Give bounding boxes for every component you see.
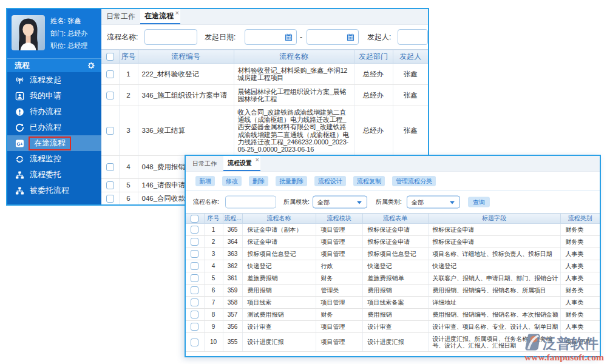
cell-form: 设计进度汇报 xyxy=(362,333,428,352)
cell-no: 8 xyxy=(204,309,223,321)
sidebar-item-待办流程[interactable]: 待办流程 xyxy=(7,104,101,120)
dropdown-arrow-icon xyxy=(450,201,455,204)
sidebar-item-我的申请[interactable]: 我的申请 xyxy=(7,88,101,104)
table-row: 6359费用报销管理类费用报销费用报销、报销编号、报销名称、所属项目财务类 xyxy=(186,285,600,297)
sidebar-item-label: 被委托流程 xyxy=(30,185,69,196)
gear-icon[interactable] xyxy=(86,61,95,70)
cell-flow-name: 保证金申请（副本） xyxy=(242,224,316,236)
dropdown-arrow-icon xyxy=(357,201,362,204)
row-checkbox[interactable] xyxy=(106,70,114,78)
sidebar-item-流程委托[interactable]: 流程委托 xyxy=(7,167,101,183)
column-header: 序号 xyxy=(204,214,223,224)
cell-title-fields: 项目名称、详细地址、投标负责人、投标日期 xyxy=(428,248,560,260)
row-checkbox[interactable] xyxy=(191,323,198,331)
row-checkbox-cell xyxy=(101,192,119,204)
row-checkbox[interactable] xyxy=(191,339,198,346)
row-checkbox[interactable] xyxy=(191,226,198,234)
toolbar-button-新增[interactable]: 新增 xyxy=(195,176,215,186)
sidebar-item-label: 流程发起 xyxy=(30,75,61,86)
category-select[interactable]: 全部 xyxy=(407,196,460,209)
flow-settings-window: 日常工作流程设置× 新增修改删除批量删除流程设计流程复制管理流程分类 流程名称:… xyxy=(185,155,601,357)
sidebar-item-流程发起[interactable]: 流程发起 xyxy=(7,72,101,88)
row-checkbox[interactable] xyxy=(191,274,198,282)
cell-no: 5 xyxy=(119,179,138,192)
module-select[interactable]: 全部 xyxy=(313,196,367,209)
sidebar-item-在途流程[interactable]: G+在途流程 xyxy=(7,135,101,151)
initiator-input[interactable] xyxy=(398,29,428,45)
cell-category: 财务类 xyxy=(560,309,600,321)
row-checkbox-cell xyxy=(186,260,204,272)
cell-flow-name: 快递登记 xyxy=(242,260,316,272)
cell-flow-id: 356 xyxy=(223,321,242,333)
table-row: 3363投标项目信息登记项目管理投标项目信息登记项目名称、详细地址、投标负责人、… xyxy=(186,248,600,260)
row-checkbox[interactable] xyxy=(191,311,198,318)
table-header-row: 序号流程...流程名称流程模块流程表单标题字段流程类别 xyxy=(186,214,600,224)
start-date-to-input[interactable] xyxy=(307,29,359,45)
select-all-checkbox[interactable] xyxy=(106,53,114,61)
row-checkbox[interactable] xyxy=(191,262,198,270)
cell-category: 人事类 xyxy=(560,321,600,333)
sidebar-item-流程监控[interactable]: 流程监控 xyxy=(7,151,101,167)
toolbar-button-批量删除[interactable]: 批量删除 xyxy=(276,176,307,186)
sidebar-item-被委托流程[interactable]: 被委托流程 xyxy=(7,183,101,198)
tab-close-icon[interactable]: × xyxy=(256,157,259,163)
cell-module: 财务 xyxy=(316,272,362,285)
tab-label: 流程设置 xyxy=(228,159,252,167)
tab-日常工作[interactable]: 日常工作 xyxy=(101,9,140,24)
toolbar-button-流程设计[interactable]: 流程设计 xyxy=(314,176,346,186)
row-checkbox-cell xyxy=(186,224,204,236)
cell-no: 9 xyxy=(204,321,223,333)
row-checkbox[interactable] xyxy=(106,127,114,135)
cell-flow-name: 晨铭园林绿化工程组织设计方案_晨铭园林绿化工程 xyxy=(234,85,354,106)
row-checkbox[interactable] xyxy=(106,92,114,99)
flow-name-input[interactable] xyxy=(144,29,197,45)
cell-form: 快递登记 xyxy=(362,260,428,272)
table-row: 1222_材料验收登记材料验收登记_材料采购_张鑫_华润12城房建工程项目总经办… xyxy=(101,64,428,85)
row-checkbox[interactable] xyxy=(191,238,198,246)
settings-filterbar: 流程名称: 所属模块: 全部 所属类别: 全部 查询 xyxy=(186,191,600,213)
cell-form: 费用报销 xyxy=(362,309,428,321)
tab-日常工作[interactable]: 日常工作 xyxy=(186,156,223,171)
user-title: 职位: 总经理 xyxy=(50,41,87,50)
row-checkbox[interactable] xyxy=(191,250,198,258)
start-date-from-input[interactable] xyxy=(245,29,297,45)
column-header: 流程表单 xyxy=(362,214,428,224)
toolbar-button-管理流程分类[interactable]: 管理流程分类 xyxy=(392,176,436,186)
cell-flow-id: 357 xyxy=(223,309,242,321)
toolbar-button-删除[interactable]: 删除 xyxy=(249,176,268,186)
row-checkbox[interactable] xyxy=(191,286,198,294)
header-checkbox-cell xyxy=(186,214,204,224)
toolbar-button-修改[interactable]: 修改 xyxy=(222,176,242,186)
org-chart-icon xyxy=(15,186,24,195)
cell-flow-id: 363 xyxy=(223,248,242,260)
sidebar-item-已办流程[interactable]: 已办流程 xyxy=(7,120,101,135)
cell-title-fields: 关联客户、报销人、申请日期、部门、报销合计 xyxy=(428,272,560,285)
date-range-separator: - xyxy=(300,33,302,41)
cell-no: 4 xyxy=(119,156,138,179)
row-checkbox[interactable] xyxy=(106,163,114,171)
tab-在途流程[interactable]: 在途流程× xyxy=(140,9,180,24)
cell-flow-name: 设计进度汇报 xyxy=(242,333,316,352)
row-checkbox-cell xyxy=(186,321,204,333)
tab-流程设置[interactable]: 流程设置× xyxy=(223,156,260,171)
cell-no: 3 xyxy=(119,106,138,156)
cell-title-fields: 费用报销、报销编号、报销名称、所属项目 xyxy=(428,285,560,297)
row-checkbox[interactable] xyxy=(106,195,114,203)
table-row: 5361差旅费报销财务差旅费报销单关联客户、报销人、申请日期、部门、报销合计人事… xyxy=(186,272,600,285)
gplus-square-icon: G+ xyxy=(15,139,24,148)
column-header: 发起人 xyxy=(393,50,428,64)
select-all-checkbox[interactable] xyxy=(191,215,198,223)
cell-flow-id: 355 xyxy=(223,333,242,352)
settings-tabbar: 日常工作流程设置× xyxy=(186,156,600,172)
settings-table-wrap: 序号流程...流程名称流程模块流程表单标题字段流程类别 1365保证金申请（副本… xyxy=(186,213,600,356)
setting-name-input[interactable] xyxy=(225,196,276,209)
toolbar-button-流程复制[interactable]: 流程复制 xyxy=(353,176,385,186)
row-checkbox[interactable] xyxy=(106,181,114,189)
tab-close-icon[interactable]: × xyxy=(175,10,179,16)
search-button[interactable]: 查询 xyxy=(468,197,490,207)
table-header-row: 序号流程编号流程名称发起部门发起人 xyxy=(101,50,428,64)
cell-flow-code: 222_材料验收登记 xyxy=(138,64,234,85)
row-checkbox[interactable] xyxy=(191,298,198,306)
c-arrow-icon xyxy=(15,123,24,132)
cell-title-fields: 设计进度汇报、所属项目、任务名称、任务编号、设计人、汇报人、汇报日期 xyxy=(428,333,560,352)
